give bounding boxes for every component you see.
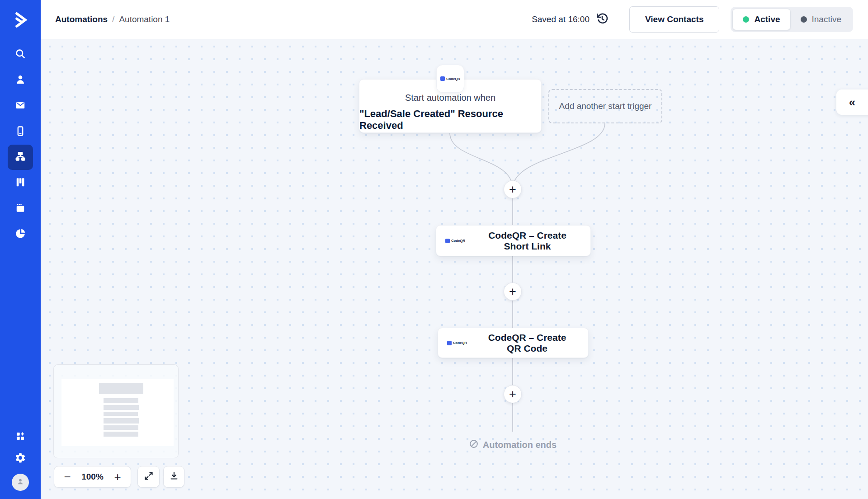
expand-arrows-icon — [143, 471, 154, 483]
breadcrumb-separator: / — [112, 14, 114, 24]
download-button[interactable] — [163, 466, 184, 488]
minimap-node-bar — [104, 398, 138, 403]
inactive-status-dot-icon — [801, 16, 807, 23]
codeqr-logo-text: CodeQR — [451, 239, 465, 243]
sidebar-item-campaigns[interactable] — [8, 93, 33, 119]
view-contacts-button[interactable]: View Contacts — [629, 6, 720, 33]
active-status-dot-icon — [743, 16, 749, 23]
top-bar: Automations / Automation 1 Saved at 16:0… — [41, 0, 868, 39]
pie-chart-icon — [14, 228, 26, 241]
circle-slash-icon — [469, 439, 479, 451]
minimap-node-bar — [104, 432, 138, 437]
action-node-create-qr-code[interactable]: CodeQR CodeQR – Create QR Code — [438, 328, 589, 358]
trigger-subtitle: Start automation when — [405, 93, 495, 103]
codeqr-app-logo: CodeQR — [445, 239, 478, 243]
revision-history-button[interactable] — [594, 11, 610, 28]
sidebar-item-reports[interactable] — [8, 221, 33, 247]
download-icon — [169, 471, 179, 483]
sidebar-nav — [8, 42, 33, 247]
codeqr-logo-icon — [440, 76, 445, 81]
search-icon — [14, 48, 26, 61]
inactive-label: Inactive — [812, 14, 841, 24]
minimap-node-bar — [104, 418, 139, 424]
toggle-option-active[interactable]: Active — [732, 9, 790, 30]
sidebar-item-apps[interactable] — [14, 430, 26, 444]
minimap-node-bar — [104, 405, 139, 410]
automation-canvas[interactable]: Start automation when "Lead/Sale Created… — [41, 39, 868, 499]
breadcrumb: Automations / Automation 1 — [55, 14, 170, 24]
add-step-button-3[interactable]: + — [504, 385, 522, 403]
minimap-node-bar — [99, 383, 143, 394]
header-actions: Saved at 16:00 View Contacts Active Inac… — [532, 6, 853, 33]
gear-icon — [14, 457, 26, 465]
automation-end-marker: Automation ends — [467, 439, 558, 451]
user-avatar[interactable] — [12, 474, 29, 491]
status-toggle: Active Inactive — [731, 7, 853, 32]
zoom-in-button[interactable]: + — [112, 471, 123, 483]
codeqr-logo-icon — [447, 341, 452, 345]
breadcrumb-current-page: Automation 1 — [119, 14, 170, 24]
avatar-person-icon — [16, 477, 25, 488]
codeqr-logo-icon — [445, 239, 450, 243]
codeqr-app-logo: CodeQR — [447, 341, 480, 345]
mail-icon — [14, 99, 26, 113]
mobile-phone-icon — [14, 125, 26, 139]
action-title: CodeQR – Create QR Code — [480, 332, 579, 354]
trigger-app-badge: CodeQR — [436, 65, 464, 93]
add-step-button-1[interactable]: + — [504, 180, 522, 198]
fit-to-screen-button[interactable] — [137, 466, 160, 488]
codeqr-logo-text: CodeQR — [446, 77, 460, 81]
apps-grid-plus-icon — [14, 436, 26, 443]
zoom-out-button[interactable]: − — [61, 471, 73, 483]
breadcrumb-automations-link[interactable]: Automations — [55, 14, 108, 24]
sidebar — [0, 0, 41, 499]
history-clock-icon — [595, 12, 609, 27]
minimap[interactable] — [53, 364, 179, 458]
sidebar-item-automations[interactable] — [8, 145, 33, 170]
minimap-node-bar — [104, 412, 138, 416]
minimap-viewport — [61, 379, 174, 446]
action-title: CodeQR – Create Short Link — [478, 230, 581, 252]
contact-person-icon — [14, 74, 26, 87]
sidebar-footer — [12, 430, 29, 491]
codeqr-logo-text: CodeQR — [453, 341, 467, 345]
kanban-columns-icon — [14, 176, 26, 190]
automation-sitemap-icon — [14, 151, 26, 164]
minimap-node-bar — [104, 425, 138, 430]
saved-status-text: Saved at 16:00 — [532, 14, 590, 24]
automation-end-label: Automation ends — [483, 440, 557, 450]
active-label: Active — [754, 14, 780, 24]
zoom-level: 100% — [81, 472, 104, 482]
sidebar-item-pipelines[interactable] — [8, 170, 33, 196]
sidebar-item-mobile[interactable] — [8, 119, 33, 145]
browser-window-icon — [14, 202, 26, 216]
zoom-controls: − 100% + — [54, 466, 131, 488]
toggle-option-inactive[interactable]: Inactive — [791, 9, 851, 30]
sidebar-item-search[interactable] — [8, 42, 33, 67]
add-step-button-2[interactable]: + — [504, 282, 522, 301]
sidebar-item-contacts[interactable] — [8, 67, 33, 93]
collapse-panel-button[interactable]: « — [836, 89, 868, 115]
action-node-create-short-link[interactable]: CodeQR CodeQR – Create Short Link — [436, 225, 591, 256]
sidebar-item-website[interactable] — [8, 196, 33, 221]
sidebar-item-settings[interactable] — [14, 452, 26, 466]
trigger-title: "Lead/Sale Created" Resource Received — [359, 108, 541, 132]
add-start-trigger-button[interactable]: Add another start trigger — [548, 89, 662, 123]
activecampaign-logo-icon[interactable] — [0, 0, 41, 40]
